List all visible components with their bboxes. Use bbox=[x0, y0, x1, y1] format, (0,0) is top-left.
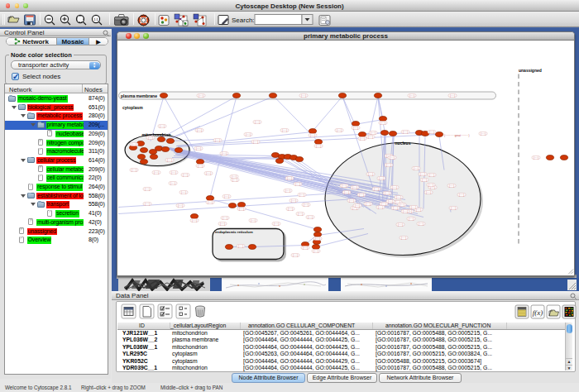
svg-text:(·····): (·····) bbox=[293, 253, 298, 256]
svg-text:(·····): (·····) bbox=[396, 195, 401, 198]
svg-text:(·····): (·····) bbox=[386, 163, 391, 166]
svg-text:(·····): (·····) bbox=[303, 246, 308, 249]
svg-text:cytoplasm: cytoplasm bbox=[122, 104, 143, 109]
svg-text:(·····): (·····) bbox=[360, 136, 365, 140]
svg-text:(·····): (·····) bbox=[459, 193, 464, 196]
svg-text:(·····): (·····) bbox=[167, 158, 172, 161]
svg-text:1:1: 1:1 bbox=[93, 17, 98, 22]
svg-text:(·····): (·····) bbox=[183, 173, 188, 176]
svg-text:(·····): (·····) bbox=[282, 128, 287, 131]
svg-text:(·····): (·····) bbox=[301, 93, 306, 97]
svg-text:(·····): (·····) bbox=[215, 138, 220, 141]
svg-text:(·····): (·····) bbox=[390, 155, 395, 159]
svg-text:(·····): (·····) bbox=[368, 135, 373, 138]
svg-text:(·····): (·····) bbox=[451, 206, 456, 209]
svg-text:(·····): (·····) bbox=[342, 184, 347, 187]
svg-text:(·····): (·····) bbox=[253, 140, 258, 143]
svg-text:(·····): (·····) bbox=[145, 202, 150, 205]
svg-text:(·····): (·····) bbox=[196, 146, 201, 150]
svg-text:(·····): (·····) bbox=[208, 200, 213, 203]
svg-text:(·····): (·····) bbox=[274, 222, 279, 225]
svg-text:(·····): (·····) bbox=[148, 136, 153, 139]
svg-text:plasma membrane: plasma membrane bbox=[121, 93, 157, 98]
svg-text:(·····): (·····) bbox=[368, 172, 373, 175]
svg-text:(·····): (·····) bbox=[206, 171, 211, 174]
svg-text:(·····): (·····) bbox=[299, 193, 304, 196]
svg-text:unassigned: unassigned bbox=[519, 67, 542, 72]
svg-text:(·····): (·····) bbox=[419, 222, 423, 225]
svg-text:(·····): (·····) bbox=[220, 222, 225, 225]
svg-text:(·····): (·····) bbox=[409, 217, 414, 220]
svg-text:(·····): (·····) bbox=[420, 172, 425, 175]
svg-text:(·····): (·····) bbox=[285, 189, 290, 192]
svg-text:(·····): (·····) bbox=[414, 166, 419, 170]
svg-text:(·····): (·····) bbox=[232, 174, 237, 178]
svg-text:(·····): (·····) bbox=[378, 205, 383, 208]
svg-text:(·····): (·····) bbox=[371, 131, 376, 134]
svg-text:(·····): (·····) bbox=[403, 209, 408, 213]
svg-text:(·····): (·····) bbox=[192, 218, 197, 222]
svg-text:(·····): (·····) bbox=[385, 191, 390, 194]
svg-text:(·····): (·····) bbox=[400, 203, 404, 206]
svg-text:(·····): (·····) bbox=[197, 128, 202, 131]
svg-text:(·····): (·····) bbox=[313, 249, 318, 252]
svg-text:(·····): (·····) bbox=[232, 178, 237, 181]
svg-text:(·····): (·····) bbox=[352, 185, 357, 189]
svg-text:(·····): (·····) bbox=[344, 190, 349, 194]
svg-text:(·····): (·····) bbox=[291, 198, 296, 202]
svg-text:(·····): (·····) bbox=[349, 198, 354, 202]
svg-text:(·····): (·····) bbox=[288, 207, 293, 210]
svg-text:(·····): (·····) bbox=[450, 93, 455, 97]
svg-text:(·····): (·····) bbox=[481, 131, 486, 135]
svg-text:(·····): (·····) bbox=[388, 199, 393, 203]
svg-text:(·····): (·····) bbox=[199, 93, 203, 97]
svg-text:Search:: Search: bbox=[232, 17, 255, 24]
svg-text:(·····): (·····) bbox=[428, 183, 433, 186]
svg-text:(·····): (·····) bbox=[298, 212, 303, 215]
svg-text:(·····): (·····) bbox=[295, 182, 300, 185]
svg-text:(·····): (·····) bbox=[181, 190, 186, 194]
svg-text:(·····): (·····) bbox=[198, 164, 203, 167]
svg-text:(·····): (·····) bbox=[170, 181, 175, 184]
svg-text:(·····): (·····) bbox=[381, 202, 386, 205]
svg-text:(·····): (·····) bbox=[366, 202, 371, 205]
svg-text:(·····): (·····) bbox=[337, 128, 342, 131]
svg-text:(·····): (·····) bbox=[422, 178, 427, 181]
svg-text:(·····): (·····) bbox=[246, 132, 251, 136]
svg-text:(·····): (·····) bbox=[171, 170, 176, 174]
svg-text:(·····): (·····) bbox=[316, 144, 321, 147]
svg-text:(·····): (·····) bbox=[304, 203, 309, 206]
svg-text:(·····): (·····) bbox=[308, 215, 313, 218]
svg-text:(·····): (·····) bbox=[145, 187, 150, 190]
svg-text:(·····): (·····) bbox=[426, 190, 431, 194]
svg-text:(·····): (·····) bbox=[398, 222, 403, 226]
svg-text:(·····): (·····) bbox=[355, 203, 360, 207]
svg-text:(·····): (·····) bbox=[429, 173, 434, 176]
svg-text:(·····): (·····) bbox=[449, 184, 454, 187]
svg-text:(·····): (·····) bbox=[154, 170, 159, 174]
svg-text:(·····): (·····) bbox=[287, 176, 292, 179]
svg-text:(·····): (·····) bbox=[315, 237, 320, 240]
svg-text:(·····): (·····) bbox=[238, 244, 243, 247]
svg-text:f(x): f(x) bbox=[533, 308, 543, 317]
svg-text:(·····): (·····) bbox=[160, 124, 165, 127]
svg-text:nucleus: nucleus bbox=[395, 140, 411, 145]
svg-text:(·····): (·····) bbox=[239, 207, 244, 210]
svg-text:(·····): (·····) bbox=[401, 236, 406, 239]
svg-text:(·····): (·····) bbox=[224, 194, 229, 198]
svg-text:(·····): (·····) bbox=[403, 130, 408, 133]
svg-text:(·····): (·····) bbox=[429, 130, 434, 133]
svg-text:endoplasmic reticulum: endoplasmic reticulum bbox=[215, 230, 253, 234]
svg-text:(·····): (·····) bbox=[359, 193, 364, 196]
svg-text:(·····): (·····) bbox=[353, 126, 358, 129]
svg-text:(·····): (·····) bbox=[411, 205, 416, 208]
svg-text:(·····): (·····) bbox=[534, 155, 538, 159]
svg-text:(·····): (·····) bbox=[310, 133, 315, 136]
svg-text:(·····): (·····) bbox=[374, 187, 379, 190]
svg-text:(·····): (·····) bbox=[178, 203, 183, 207]
svg-text:(·····): (·····) bbox=[255, 120, 260, 123]
svg-text:(·····): (·····) bbox=[392, 185, 397, 189]
svg-text:(·····): (·····) bbox=[409, 93, 414, 97]
svg-text:(·····): (·····) bbox=[393, 206, 398, 209]
svg-text:(·····): (·····) bbox=[222, 151, 227, 155]
